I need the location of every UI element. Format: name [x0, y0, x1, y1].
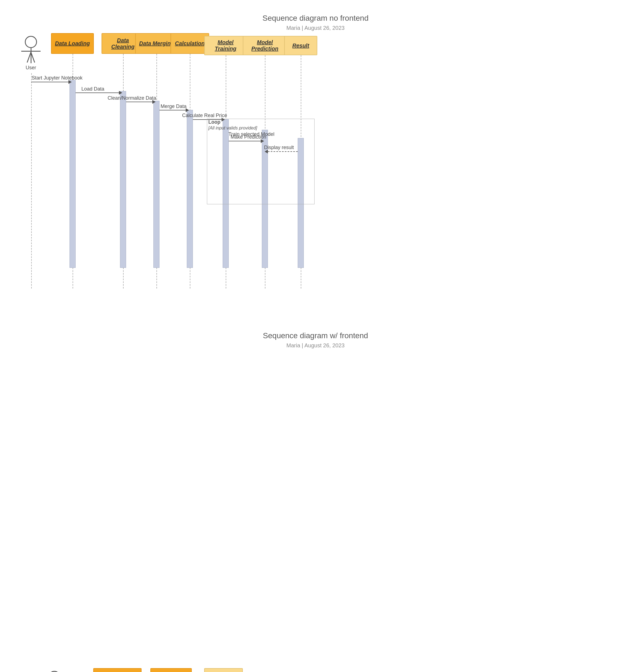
- actbar-calc-d1: [187, 110, 193, 268]
- actor-arms: [21, 51, 41, 52]
- diagram2-subtitle: Maria | August 26, 2023: [0, 342, 631, 349]
- arrow-m4-d1: [159, 110, 187, 111]
- lifeline-model-prediction: Model Prediction: [243, 36, 287, 55]
- diagram2: Sequence diagram w/ frontend Maria | Aug…: [0, 317, 631, 672]
- label-m1-d1: Start Jupyter Notebook: [32, 75, 82, 81]
- diagrams-container: Sequence diagram no frontend Maria | Aug…: [0, 0, 631, 672]
- actor-head-d2: [48, 671, 60, 672]
- actor-leg-right: [27, 52, 31, 63]
- arrow-m8-d1: [268, 151, 298, 152]
- lifeline-data-loading: Data Loading: [51, 33, 94, 54]
- loop-condition-d1: [All input valids provided]: [208, 126, 257, 130]
- arrow-m2-d1: [76, 93, 120, 93]
- label-m8-d1: Display result: [264, 145, 294, 150]
- arrow-m3-d1: [126, 102, 153, 102]
- diagram2-title: Sequence diagram w/ frontend: [0, 331, 631, 340]
- lifeline-user-d1-line: [31, 73, 32, 289]
- lifeline-data-loading-label: Data Loading: [55, 40, 90, 47]
- actor-leg-left: [31, 52, 35, 63]
- actor-user-d2: User: [48, 671, 60, 672]
- label-m2-d1: Load Data: [81, 86, 104, 92]
- arrow-m7-d1: [229, 141, 262, 141]
- actbar-dc-d1: [120, 91, 126, 268]
- diagram1: Sequence diagram no frontend Maria | Aug…: [0, 0, 631, 317]
- lifeline-data-merging-label: Data Merging: [139, 40, 174, 47]
- label-m7-d1: Make Prediction: [231, 134, 266, 140]
- lifeline-result: Result: [284, 36, 317, 55]
- actor-body: [31, 48, 31, 63]
- diagram1-subtitle: Maria | August 26, 2023: [0, 25, 631, 31]
- lifeline-frontend: Frontend Interface: [93, 668, 142, 672]
- lifeline-model-prediction-label: Model Prediction: [247, 39, 283, 52]
- lifeline-result-label: Result: [292, 43, 309, 49]
- actor-head: [25, 36, 37, 48]
- actor-user-d1: User: [25, 36, 37, 71]
- lifeline-model-training-label: Model Training: [208, 39, 243, 52]
- lifeline-calculation-label: Calculation: [175, 40, 205, 47]
- lifeline-ml-model: ML Model: [204, 668, 243, 672]
- actor-label-user-d1: User: [26, 65, 36, 71]
- label-m3-d1: Clean/Normalize Data: [108, 95, 156, 101]
- lifeline-backend: Backend API: [150, 668, 192, 672]
- lifeline-model-training: Model Training: [204, 36, 247, 55]
- lifeline-calculation: Calculation: [171, 33, 209, 54]
- diagram1-title: Sequence diagram no frontend: [0, 14, 631, 23]
- label-m4-d1: Merge Data: [160, 103, 186, 109]
- actbar-dl-d1: [70, 80, 76, 268]
- loop-label-d1: Loop: [208, 119, 221, 125]
- actbar-dm-d1: [153, 101, 159, 268]
- arrowhead-m2-d1: [119, 91, 122, 95]
- label-m5-d1: Calculate Real Price: [182, 113, 227, 118]
- arrow-m1-d1: [31, 82, 70, 82]
